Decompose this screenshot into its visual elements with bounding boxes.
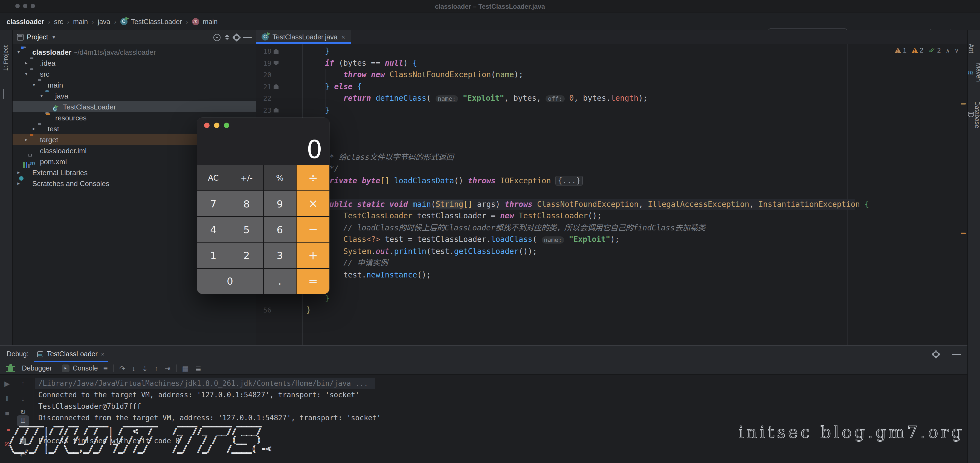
calc-button-5[interactable]: 5 xyxy=(231,217,263,242)
close-icon[interactable]: × xyxy=(342,33,345,41)
zoom-window-icon[interactable] xyxy=(224,123,229,128)
bookmarks-icon[interactable] xyxy=(3,89,4,99)
calc-button-[interactable]: + xyxy=(297,243,330,268)
calc-button-1[interactable]: 1 xyxy=(197,243,230,268)
tree-item-testclassloader[interactable]: C▶TestClassLoader xyxy=(13,101,256,112)
layout-settings-icon[interactable]: ≣ xyxy=(195,364,201,372)
evaluate-expression-icon[interactable]: ▦ xyxy=(182,364,189,372)
breadcrumb-item-java[interactable]: java xyxy=(98,18,110,25)
close-window-icon[interactable] xyxy=(204,123,210,128)
gear-icon[interactable] xyxy=(234,34,240,40)
debug-label: Debug: xyxy=(6,350,29,358)
chevron-right-icon[interactable]: ▸ xyxy=(16,170,21,175)
locate-file-icon[interactable] xyxy=(213,33,221,41)
folder-icon xyxy=(30,70,38,78)
breadcrumb-item-main[interactable]: main xyxy=(73,18,88,25)
tree-item-idea[interactable]: ▸.idea xyxy=(13,57,256,68)
blog-watermark: initsec blog.gm7.org xyxy=(738,423,965,442)
hide-panel-icon[interactable]: — xyxy=(952,349,961,359)
calc-button-8[interactable]: 8 xyxy=(231,191,263,216)
breadcrumb-item-testclassloader[interactable]: TestClassLoader xyxy=(131,18,182,25)
tab-label: TestClassLoader.java xyxy=(272,33,337,41)
calc-button-2[interactable]: 2 xyxy=(231,243,263,268)
step-into-icon[interactable]: ↓ xyxy=(132,364,135,372)
tree-item-classloader[interactable]: ▾classloader ~/d4m1ts/java/classloader xyxy=(13,46,256,57)
code-line: } xyxy=(306,45,329,57)
force-step-into-icon[interactable]: ⇣ xyxy=(142,364,148,372)
tree-item-src[interactable]: ▾src xyxy=(13,68,256,80)
stop-icon[interactable]: ■ xyxy=(5,409,9,417)
fold-marker-icon[interactable] xyxy=(274,84,278,89)
pause-icon[interactable]: ‖ xyxy=(6,394,9,403)
rerun-icon[interactable]: ↻ xyxy=(20,408,26,416)
resume-icon[interactable]: ▶ xyxy=(5,380,10,388)
gear-icon[interactable] xyxy=(933,351,939,357)
sidebar-item-project[interactable]: 1: Project xyxy=(2,45,9,71)
calc-button-4[interactable]: 4 xyxy=(197,217,230,242)
breadcrumb-item-classloader[interactable]: classloader xyxy=(6,18,45,25)
chevron-down-icon[interactable]: ▼ xyxy=(51,35,56,40)
calc-button-[interactable]: % xyxy=(264,165,296,191)
code-editor[interactable]: 18 }19 if (bytes == null) {20 throw new … xyxy=(256,44,967,345)
console-icon: ▸ xyxy=(62,364,70,372)
calc-button-[interactable]: − xyxy=(297,217,330,242)
down-stack-icon[interactable]: ↓ xyxy=(21,394,25,403)
sidebar-item-maven[interactable]: mMaven xyxy=(968,63,980,82)
calc-button-6[interactable]: 6 xyxy=(264,217,296,242)
chevron-right-icon[interactable]: ▸ xyxy=(16,181,21,186)
calc-button-ac[interactable]: AC xyxy=(197,165,230,191)
console-line: TestClassLoader@7b1d7fff xyxy=(38,401,141,412)
tree-item-label: pom.xml xyxy=(40,158,67,165)
tab-debugger[interactable]: Debugger xyxy=(22,364,52,372)
breadcrumb-item-main[interactable]: main xyxy=(203,18,218,25)
project-panel-title[interactable]: Project xyxy=(27,33,48,41)
tree-item-main[interactable]: ▾main xyxy=(13,80,256,90)
calc-button-plusminus[interactable]: +/- xyxy=(231,165,263,191)
calculator-window[interactable]: 0 AC+/-%÷789×456−123+0.= xyxy=(197,118,329,294)
tab-testclassloader[interactable]: C▶ TestClassLoader.java × xyxy=(256,30,351,44)
database-icon xyxy=(968,111,972,118)
folder-icon xyxy=(38,81,45,89)
breadcrumb-separator-icon: › xyxy=(92,18,94,25)
chevron-down-icon[interactable]: ▾ xyxy=(39,93,45,99)
calc-button-[interactable]: = xyxy=(297,269,330,294)
breadcrumb-item-src[interactable]: src xyxy=(54,18,63,25)
calc-button-[interactable]: ÷ xyxy=(297,165,330,191)
menu-icon[interactable]: ≡ xyxy=(103,364,108,373)
sidebar-item-database[interactable]: Database xyxy=(968,101,980,128)
ascii-art-watermark: _____ __ __ ____ _______ ____ ______ ___… xyxy=(5,418,271,453)
tree-item-label: .idea xyxy=(40,59,55,67)
breadcrumb: classloader›src›main›java›C▶TestClassLoa… xyxy=(6,13,218,30)
up-stack-icon[interactable]: ↑ xyxy=(21,380,25,388)
debug-view-tabs: Debugger ▸ Console ≡ ↷↓⇣↑⇥ ▦≣ xyxy=(0,362,967,375)
calc-button-dot[interactable]: . xyxy=(264,269,296,294)
folder-icon xyxy=(30,136,38,143)
minimize-window-icon[interactable] xyxy=(214,123,220,128)
collapse-all-icon[interactable] xyxy=(224,34,231,40)
chevron-right-icon[interactable]: ▸ xyxy=(31,126,37,131)
tree-item-label: java xyxy=(55,92,68,100)
calc-button-7[interactable]: 7 xyxy=(197,191,230,216)
chevron-down-icon[interactable]: ▾ xyxy=(31,82,37,88)
calc-button-0[interactable]: 0 xyxy=(197,269,263,294)
step-over-icon[interactable]: ↷ xyxy=(119,364,125,372)
step-out-icon[interactable]: ↑ xyxy=(154,364,158,372)
calc-button-3[interactable]: 3 xyxy=(264,243,296,268)
run-to-cursor-icon[interactable]: ⇥ xyxy=(165,364,171,372)
chevron-right-icon[interactable]: ▸ xyxy=(24,60,29,66)
chevron-down-icon[interactable]: ▾ xyxy=(16,49,21,55)
hide-panel-icon[interactable]: — xyxy=(243,32,252,42)
calc-button-[interactable]: × xyxy=(297,191,330,216)
fold-marker-icon[interactable] xyxy=(274,108,278,113)
chevron-right-icon[interactable]: ▸ xyxy=(24,137,29,142)
chevron-down-icon[interactable]: ▾ xyxy=(24,71,29,76)
fold-marker-icon[interactable] xyxy=(274,60,278,65)
sidebar-item-ant[interactable]: Ant xyxy=(968,44,980,53)
debug-session-tab[interactable]: TestClassLoader × xyxy=(34,346,108,362)
tab-console[interactable]: ▸ Console xyxy=(62,364,98,372)
line-number: 23 xyxy=(256,104,271,116)
fold-marker-icon[interactable] xyxy=(274,49,278,54)
tree-item-java[interactable]: ▾java xyxy=(13,90,256,101)
calc-button-9[interactable]: 9 xyxy=(264,191,296,216)
close-icon[interactable]: × xyxy=(101,351,105,357)
